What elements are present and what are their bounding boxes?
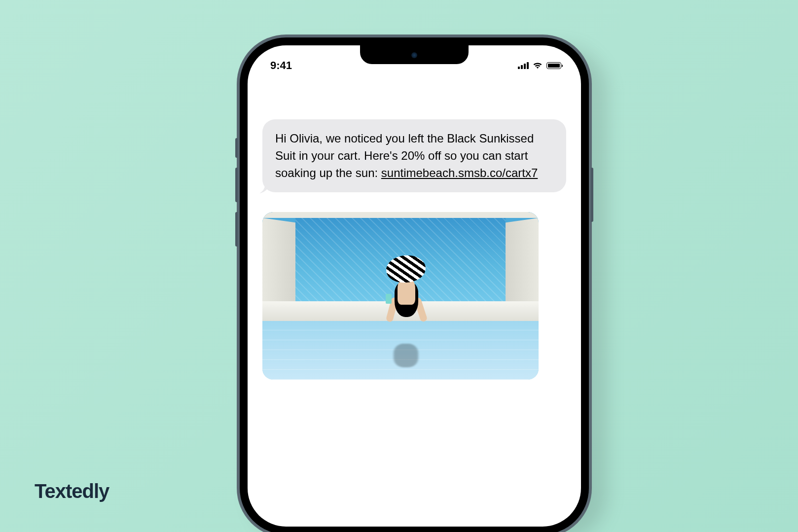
phone-notch — [360, 45, 469, 64]
wifi-icon — [533, 62, 543, 70]
status-time: 9:41 — [270, 59, 292, 72]
battery-icon — [546, 62, 561, 69]
mms-image-attachment[interactable] — [262, 212, 539, 380]
message-link[interactable]: suntimebeach.smsb.co/cartx7 — [381, 166, 538, 179]
brand-logo: Textedly — [35, 480, 109, 502]
phone-mockup: 9:41 Hi Olivia, we noticed you — [237, 35, 592, 532]
phone-screen: 9:41 Hi Olivia, we noticed you — [248, 45, 581, 527]
cellular-signal-icon — [518, 62, 529, 69]
sms-message-bubble[interactable]: Hi Olivia, we noticed you left the Black… — [262, 119, 566, 192]
